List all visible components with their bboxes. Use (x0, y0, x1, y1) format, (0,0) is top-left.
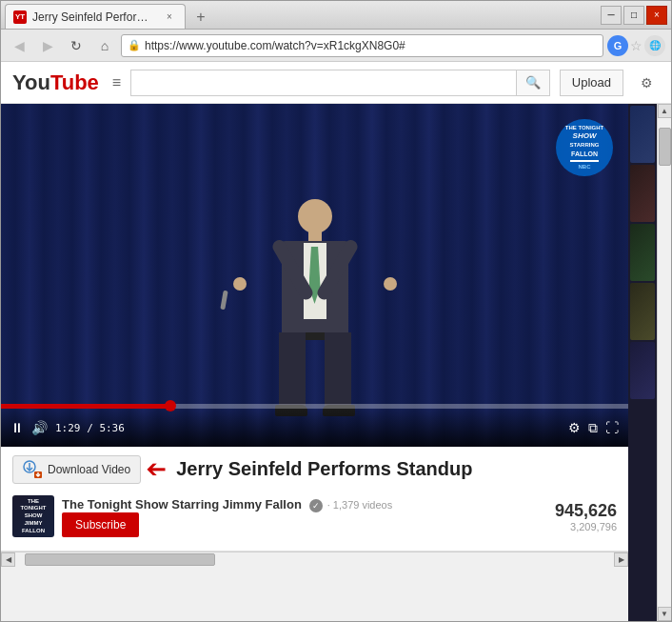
address-bar[interactable]: 🔒 https://www.youtube.com/watch?v=xR1ckg… (121, 34, 603, 57)
minimize-button[interactable]: ─ (601, 6, 622, 25)
search-container: 🔍 (130, 70, 550, 96)
lock-icon: 🔒 (128, 39, 141, 51)
volume-icon: 🔊 (31, 420, 48, 435)
view-count: 945,626 (555, 501, 617, 521)
performer-head (298, 199, 332, 233)
search-input[interactable] (130, 70, 516, 96)
tab-area: YT Jerry Seinfeld Performs St... × + (5, 1, 593, 29)
scroll-down-button[interactable]: ▼ (658, 607, 672, 621)
forward-button[interactable]: ▶ (35, 33, 60, 58)
scroll-up-button[interactable]: ▲ (658, 104, 672, 118)
search-button[interactable]: 🔍 (516, 70, 550, 96)
channel-info: The Tonight Show Starring Jimmy Fallon ✓… (62, 495, 547, 537)
upload-button[interactable]: Upload (560, 70, 623, 96)
download-label: Download Video (48, 463, 130, 476)
channel-sub-row: Subscribe (62, 512, 547, 537)
video-title: Jerry Seinfeld Performs Standup (176, 458, 472, 480)
nav-bar: ◀ ▶ ↻ ⌂ 🔒 https://www.youtube.com/watch?… (1, 30, 671, 62)
sidebar-thumbnails (628, 104, 657, 621)
channel-thumbnail[interactable]: THETONIGHTSHOWJIMMYFALLON (12, 495, 54, 537)
verified-badge-icon: ✓ (309, 499, 323, 512)
download-video-button[interactable]: Download Video (12, 455, 141, 484)
video-background: THE TONIGHT SHOW STARRING FALLON NBC (1, 104, 628, 447)
youtube-logo[interactable]: YouTube (12, 70, 99, 95)
pip-button[interactable]: ⧉ (588, 420, 598, 436)
scroll-right-button[interactable]: ▶ (614, 552, 628, 567)
sidebar-thumb-4[interactable] (630, 283, 655, 340)
main-area: THE TONIGHT SHOW STARRING FALLON NBC ⏸ (1, 104, 671, 621)
sidebar-thumb-5[interactable] (630, 342, 655, 399)
video-section: THE TONIGHT SHOW STARRING FALLON NBC ⏸ (1, 104, 628, 621)
fullscreen-button[interactable]: ⛶ (605, 420, 619, 435)
gear-icon: ⚙ (641, 75, 653, 90)
download-title-row: Download Video ➔ Jerry Seinfeld Performs… (12, 454, 617, 484)
view-count-area: 945,626 3,209,796 (555, 501, 617, 532)
channel-thumb-text: THETONIGHTSHOWJIMMYFALLON (21, 498, 47, 535)
tab-favicon: YT (13, 10, 27, 24)
performer-body (267, 199, 363, 409)
download-icon (23, 460, 42, 479)
bookmark-star-icon[interactable]: ☆ (630, 38, 642, 53)
youtube-header: YouTube ≡ 🔍 Upload ⚙ (1, 62, 671, 104)
sidebar-thumb-3[interactable] (630, 224, 655, 281)
performer-leg-right (325, 332, 351, 409)
vertical-scrollbar[interactable]: ▲ ▼ (657, 104, 671, 621)
close-button[interactable]: × (646, 6, 667, 25)
channel-video-count: · 1,379 videos (327, 499, 393, 511)
performer-hand-left (233, 277, 247, 291)
time-display: 1:29 / 5:36 (55, 422, 125, 434)
channel-name-row: The Tonight Show Starring Jimmy Fallon ✓… (62, 495, 547, 512)
hamburger-menu-icon[interactable]: ≡ (112, 74, 121, 91)
settings-button[interactable]: ⚙ (633, 70, 660, 96)
home-button[interactable]: ⌂ (92, 33, 117, 58)
logo-you: You (12, 70, 50, 94)
h-scrollbar-thumb[interactable] (25, 553, 215, 566)
tab-close-btn[interactable]: × (162, 10, 177, 25)
video-player[interactable]: THE TONIGHT SHOW STARRING FALLON NBC ⏸ (1, 104, 628, 447)
nbc-text: NBC (579, 164, 591, 171)
controls-right: ⚙ ⧉ ⛶ (568, 420, 619, 436)
h-scrollbar-track[interactable] (15, 552, 614, 567)
performer-leg-left (279, 332, 306, 409)
new-tab-button[interactable]: + (189, 6, 212, 29)
search-icon: 🔍 (525, 75, 541, 90)
play-pause-button[interactable]: ⏸ (10, 420, 24, 435)
subscriber-count: 3,209,796 (555, 521, 617, 532)
performer-figure (267, 199, 363, 409)
scrollbar-track[interactable] (658, 118, 672, 607)
performer-hand-right (384, 277, 397, 291)
video-controls: ⏸ 🔊 1:29 / 5:36 ⚙ ⧉ ⛶ (1, 409, 628, 447)
active-tab[interactable]: YT Jerry Seinfeld Performs St... × (5, 4, 186, 29)
globe-icon[interactable]: 🌐 (644, 35, 665, 56)
below-video-info: Download Video ➔ Jerry Seinfeld Performs… (1, 447, 628, 552)
google-icon[interactable]: G (607, 35, 628, 56)
refresh-button[interactable]: ↻ (64, 33, 89, 58)
channel-name[interactable]: The Tonight Show Starring Jimmy Fallon (62, 497, 302, 512)
url-text: https://www.youtube.com/watch?v=xR1ckgXN… (145, 39, 597, 52)
sidebar-thumb-1[interactable] (630, 106, 655, 163)
logo-tube: Tube (50, 70, 99, 94)
back-button[interactable]: ◀ (7, 33, 31, 58)
scrollbar-thumb[interactable] (659, 128, 671, 166)
title-bar: YT Jerry Seinfeld Performs St... × + ─ □… (1, 1, 671, 30)
scroll-left-button[interactable]: ◀ (1, 552, 15, 567)
horizontal-scrollbar[interactable]: ◀ ▶ (1, 552, 628, 566)
volume-button[interactable]: 🔊 (31, 420, 48, 435)
subscribe-button[interactable]: Subscribe (62, 512, 139, 537)
nav-extras: G ☆ 🌐 (607, 35, 665, 56)
red-arrow-indicator: ➔ (146, 454, 167, 484)
tab-title: Jerry Seinfeld Performs St... (32, 10, 156, 24)
maximize-button[interactable]: □ (623, 6, 644, 25)
youtube-logo-text: YouTube (12, 70, 99, 95)
window-controls: ─ □ × (601, 6, 667, 25)
logo-divider (570, 160, 599, 162)
show-logo-overlay: THE TONIGHT SHOW STARRING FALLON NBC (556, 119, 613, 176)
channel-row: THETONIGHTSHOWJIMMYFALLON The Tonight Sh… (12, 490, 617, 543)
video-settings-button[interactable]: ⚙ (568, 420, 581, 435)
sidebar-thumb-2[interactable] (630, 165, 655, 222)
